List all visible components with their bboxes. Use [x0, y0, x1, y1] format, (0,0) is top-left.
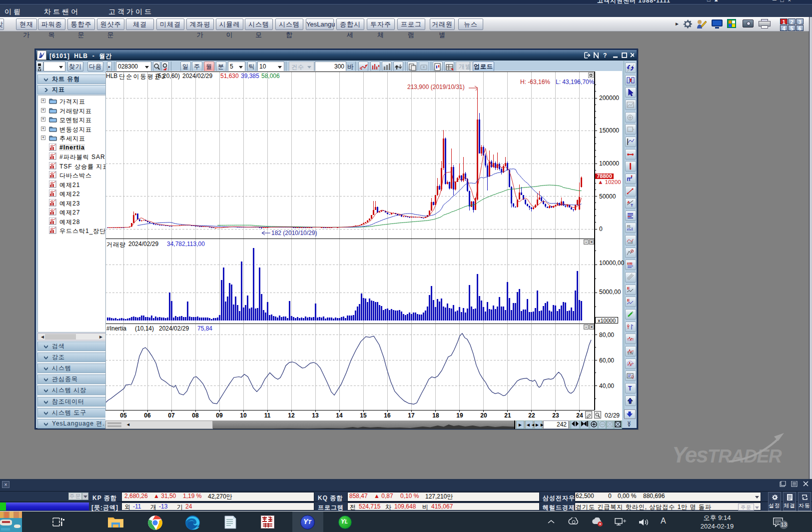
svg-text:Q: Q	[631, 375, 634, 379]
svg-text:E: E	[627, 298, 630, 302]
svg-text:T: T	[628, 385, 632, 392]
svg-text:?: ?	[603, 52, 607, 58]
svg-text:f/L: f/L	[627, 224, 631, 228]
svg-text:E: E	[627, 286, 630, 290]
svg-text:T: T	[631, 203, 633, 208]
svg-text:f/R: f/R	[627, 262, 633, 266]
svg-text:EW: EW	[628, 352, 634, 355]
svg-text:f: f	[632, 240, 633, 244]
